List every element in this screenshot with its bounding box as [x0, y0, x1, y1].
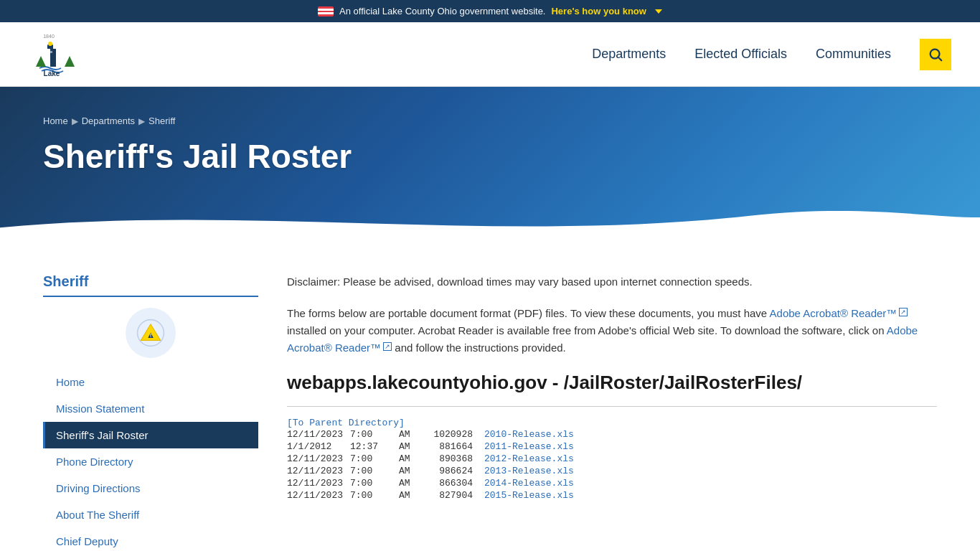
file-name: 2010-Release.xls [479, 429, 574, 440]
hero-banner: Home ▶ Departments ▶ Sheriff Sheriff's J… [0, 87, 980, 245]
sidebar-nav-item[interactable]: Sheriff's Jail Roster [43, 422, 258, 448]
nav-communities[interactable]: Communities [816, 47, 891, 62]
sidebar-nav-item[interactable]: Chief Deputy [43, 528, 258, 551]
file-download-link[interactable]: 2014-Release.xls [484, 478, 574, 489]
sheriff-badge-icon: ▲ ! [126, 308, 176, 358]
file-ampm: AM [399, 490, 417, 501]
file-time: 7:00 [350, 478, 393, 489]
svg-marker-5 [65, 56, 75, 67]
parent-directory-link-row: [To Parent Directory] [287, 418, 937, 428]
announcement-bar: An official Lake County Ohio government … [0, 0, 980, 22]
file-name: 2014-Release.xls [479, 478, 574, 489]
main-nav: Departments Elected Officials Communitie… [592, 39, 951, 70]
site-logo[interactable]: 1840 Lake [29, 31, 83, 77]
file-listing-divider [287, 406, 937, 407]
svg-rect-2 [48, 51, 52, 53]
sidebar-nav-item[interactable]: Mission Statement [43, 395, 258, 422]
file-time: 7:00 [350, 453, 393, 464]
sidebar: Sheriff ▲ ! HomeMission StatementSheriff… [43, 273, 258, 551]
parent-directory-link[interactable]: [To Parent Directory] [287, 418, 405, 428]
file-size: 881664 [423, 441, 473, 452]
external-link-icon-1 [899, 308, 908, 316]
sidebar-nav-item[interactable]: Home [43, 369, 258, 395]
disclaimer-p2-middle: installed on your computer. Acrobat Read… [287, 324, 887, 336]
file-download-link[interactable]: 2010-Release.xls [484, 429, 574, 440]
file-row: 12/11/20237:00AM8903682012-Release.xls [287, 453, 937, 465]
file-listing: [To Parent Directory] 12/11/20237:00AM10… [287, 418, 937, 501]
breadcrumb-current: Sheriff [149, 116, 175, 126]
file-row: 12/11/20237:00AM9866242013-Release.xls [287, 465, 937, 477]
file-row: 12/11/20237:00AM8663042014-Release.xls [287, 477, 937, 489]
file-ampm: AM [399, 466, 417, 476]
file-size: 1020928 [423, 429, 473, 440]
file-ampm: AM [399, 453, 417, 464]
file-time: 7:00 [350, 429, 393, 440]
sidebar-nav-item[interactable]: Phone Directory [43, 448, 258, 475]
page-title: Sheriff's Jail Roster [43, 137, 937, 176]
how-to-know-link[interactable]: Here's how you know [551, 6, 646, 17]
file-row: 12/11/20237:00AM8279042015-Release.xls [287, 489, 937, 501]
file-ampm: AM [399, 441, 417, 452]
svg-point-3 [48, 42, 52, 46]
content-area: Disclaimer: Please be advised, download … [287, 273, 937, 551]
file-download-link[interactable]: 2011-Release.xls [484, 441, 574, 452]
site-header: 1840 Lake Departments Elected Officials … [0, 22, 980, 87]
file-date: 12/11/2023 [287, 429, 344, 440]
breadcrumb-sep-2: ▶ [138, 116, 145, 126]
breadcrumb-sep-1: ▶ [72, 116, 78, 126]
svg-text:1840: 1840 [43, 34, 55, 39]
file-row: 1/1/201212:37AM8816642011-Release.xls [287, 441, 937, 453]
logo-icon: 1840 Lake [29, 31, 83, 77]
disclaimer-paragraph-1: Disclaimer: Please be advised, download … [287, 273, 937, 291]
file-ampm: AM [399, 429, 417, 440]
file-download-link[interactable]: 2013-Release.xls [484, 466, 574, 476]
file-row: 12/11/20237:00AM10209282010-Release.xls [287, 428, 937, 441]
file-size: 890368 [423, 453, 473, 464]
ohio-flag-icon [318, 6, 334, 17]
disclaimer-paragraph-2: The forms below are portable document fo… [287, 305, 937, 357]
external-link-icon-2 [383, 342, 392, 351]
file-size: 827904 [423, 490, 473, 501]
file-time: 7:00 [350, 490, 393, 501]
file-ampm: AM [399, 478, 417, 489]
disclaimer-p2-after: and follow the instructions provided. [392, 342, 566, 354]
file-section-title: webapps.lakecountyohio.gov - /JailRoster… [287, 371, 937, 395]
svg-marker-4 [36, 56, 46, 67]
chevron-down-icon [655, 9, 662, 14]
file-name: 2012-Release.xls [479, 453, 574, 464]
svg-text:!: ! [150, 332, 152, 339]
file-download-link[interactable]: 2012-Release.xls [484, 453, 574, 464]
sidebar-nav: HomeMission StatementSheriff's Jail Rost… [43, 369, 258, 551]
sidebar-nav-item[interactable]: Driving Directions [43, 475, 258, 501]
sidebar-section-title: Sheriff [43, 273, 258, 297]
file-download-link[interactable]: 2015-Release.xls [484, 490, 574, 501]
svg-line-9 [938, 57, 941, 60]
nav-elected-officials[interactable]: Elected Officials [694, 47, 787, 62]
file-name: 2013-Release.xls [479, 466, 574, 476]
breadcrumb: Home ▶ Departments ▶ Sheriff [43, 116, 937, 126]
file-date: 1/1/2012 [287, 441, 344, 452]
file-name: 2011-Release.xls [479, 441, 574, 452]
file-time: 12:37 [350, 441, 393, 452]
breadcrumb-home[interactable]: Home [43, 116, 68, 126]
breadcrumb-departments[interactable]: Departments [82, 116, 135, 126]
file-date: 12/11/2023 [287, 490, 344, 501]
file-date: 12/11/2023 [287, 466, 344, 476]
search-button[interactable] [920, 39, 951, 70]
nav-departments[interactable]: Departments [592, 47, 666, 62]
file-date: 12/11/2023 [287, 453, 344, 464]
acrobat-link-1[interactable]: Adobe Acrobat® Reader™ [770, 307, 897, 319]
sidebar-nav-item[interactable]: About The Sheriff [43, 501, 258, 528]
file-rows-container: 12/11/20237:00AM10209282010-Release.xls1… [287, 428, 937, 501]
file-date: 12/11/2023 [287, 478, 344, 489]
file-size: 986624 [423, 466, 473, 476]
disclaimer-p2-before: The forms below are portable document fo… [287, 307, 770, 319]
announcement-text: An official Lake County Ohio government … [339, 6, 545, 17]
sidebar-icon-area: ▲ ! [43, 308, 258, 358]
file-name: 2015-Release.xls [479, 490, 574, 501]
file-time: 7:00 [350, 466, 393, 476]
file-size: 866304 [423, 478, 473, 489]
svg-text:Lake: Lake [44, 70, 60, 77]
main-content: Sheriff ▲ ! HomeMission StatementSheriff… [0, 245, 980, 551]
